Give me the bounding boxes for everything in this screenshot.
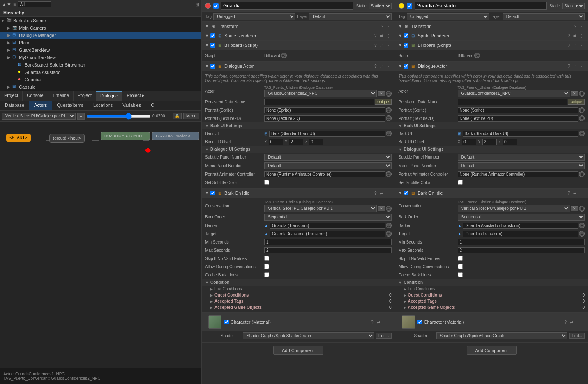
tree-item-mainCamera[interactable]: ▶📷Main Camera <box>0 24 201 32</box>
boi-barker-btn-2[interactable]: ◎ <box>579 223 585 228</box>
sr-help-2[interactable]: ? <box>567 34 571 38</box>
dialogue-actor-header-2[interactable]: ▼ ⊞ Dialogue Actor ? ⇌ ⋮ <box>395 62 588 71</box>
boi-check-2[interactable] <box>404 191 408 195</box>
obj-color-dot-1[interactable] <box>205 3 211 9</box>
boi-settings-2[interactable]: ⋮ <box>579 191 585 195</box>
bb-fold-2[interactable]: ⇌ <box>572 43 577 48</box>
da-persistent-input-1[interactable] <box>264 99 374 105</box>
char-settings-2[interactable]: ⋮ <box>576 320 581 324</box>
da-unique-btn-1[interactable]: Unique <box>375 99 392 105</box>
cond-tags-1[interactable]: ▶ Accepted Tags 0 <box>202 298 395 304</box>
boi-barkorder-select-2[interactable]: Sequential <box>458 214 585 221</box>
tag-dropdown-1[interactable]: Untagged <box>213 13 295 20</box>
da-portrait-val-1[interactable] <box>264 107 385 113</box>
obj-name-input-1[interactable] <box>221 2 353 10</box>
billboard-script-btn-1[interactable]: ◎ <box>281 53 287 58</box>
da-help-1[interactable]: ? <box>374 64 378 69</box>
sprite-renderer-check-2[interactable] <box>404 33 408 38</box>
da-portrait-btn-1[interactable]: ◎ <box>386 107 392 113</box>
layer-dropdown-1[interactable]: Default <box>309 13 391 20</box>
billboard-header-2[interactable]: ▼ ⊞ Billboard (Script) ? ⇌ ⋮ <box>395 41 588 50</box>
tab-dialogue[interactable]: Dialogue <box>96 91 122 101</box>
boi-allowduring-check-2[interactable] <box>458 264 463 269</box>
da-actor-pick-1[interactable]: ◎ <box>386 91 392 97</box>
subtab-c[interactable]: C <box>146 101 159 110</box>
da-subtitle-panel-select-2[interactable]: Default <box>458 154 585 161</box>
boi-cachebark-check-2[interactable] <box>458 272 463 277</box>
slice-dropdown[interactable]: Vertical Slice: PU/Callejeo por Pl... <box>2 113 76 120</box>
da-portrait-anim-btn-1[interactable]: ◎ <box>386 171 392 177</box>
boi-conv-select-2[interactable]: Vertical Slice: PU/Callejeo por PU 1 <box>458 205 570 212</box>
boi-barker-val-1[interactable] <box>270 223 385 229</box>
billboard-header-1[interactable]: ▼ ⊞ Billboard (Script) ? ⇌ ⋮ <box>202 41 395 50</box>
transform-header-2[interactable]: ▼ ⊞ Transform ? ⋮ <box>395 22 588 31</box>
subtab-actors[interactable]: Actors <box>29 101 52 110</box>
obj-active-check-2[interactable] <box>407 3 412 9</box>
char-edit-btn-2[interactable]: Edit... <box>569 333 585 339</box>
node-guardia-b[interactable]: GUARDIA: Puedes confiar en... <box>152 132 199 140</box>
bb-fold-1[interactable]: ⇌ <box>379 43 384 48</box>
da-barkui-val-2[interactable] <box>463 131 579 137</box>
da-subtitle-panel-select-1[interactable]: Default <box>264 154 392 161</box>
tab-console[interactable]: Console <box>23 91 48 101</box>
boi-skipnovalidcheck-1[interactable] <box>264 256 269 261</box>
tab-project3[interactable]: Project ▸ <box>122 91 149 101</box>
boi-fold-1[interactable]: ⇌ <box>379 191 384 195</box>
boi-conv-pick-1[interactable]: ◎ <box>386 206 392 212</box>
bb-help-2[interactable]: ? <box>567 43 571 48</box>
boi-help-1[interactable]: ? <box>374 191 378 195</box>
da-actor-select-1[interactable]: GuardsConfidences2_NPC <box>264 90 377 97</box>
add-component-btn-1[interactable]: Add Component <box>273 346 323 355</box>
boi-settings-1[interactable]: ⋮ <box>386 191 392 195</box>
slice-menu-button[interactable]: Menu <box>183 113 199 119</box>
character-header-2[interactable]: Character (Material) ? ⇌ ⋮ <box>395 313 588 331</box>
da-offset-y-1[interactable] <box>289 139 303 145</box>
char-check-1[interactable] <box>224 320 229 324</box>
da-menu-panel-select-2[interactable]: Default <box>458 162 585 169</box>
subtab-database[interactable]: Database <box>0 101 29 110</box>
cond-quest-1[interactable]: ▶ Quest Conditions 0 <box>202 292 395 298</box>
sprite-renderer-check-1[interactable] <box>210 33 215 38</box>
boi-conv-pick-2[interactable]: ◎ <box>579 206 585 212</box>
obj-active-check-1[interactable] <box>213 3 219 9</box>
tree-item-guardiaAsustado[interactable]: ●Guardia Asustado <box>0 69 201 76</box>
transform-help-1[interactable]: ? <box>380 24 384 29</box>
char-fold-1[interactable]: ⇌ <box>376 320 381 324</box>
da-help-2[interactable]: ? <box>567 64 571 69</box>
da-unique-btn-2[interactable]: Unique <box>568 99 585 105</box>
sr-fold-1[interactable]: ⇌ <box>379 34 384 38</box>
da-settings-1[interactable]: ⋮ <box>386 64 392 69</box>
tab-timeline[interactable]: Timeline <box>48 91 74 101</box>
sprite-renderer-header-2[interactable]: ▼ ⊞ Sprite Renderer ? ⇌ ⋮ <box>395 31 588 40</box>
da-offset-x-2[interactable] <box>462 139 476 145</box>
dialogue-actor-header-1[interactable]: ▼ ⊞ Dialogue Actor ? ⇌ ⋮ <box>202 62 395 71</box>
da-check-1[interactable] <box>210 64 215 69</box>
sr-settings-2[interactable]: ⋮ <box>579 34 585 38</box>
boi-cachebark-check-1[interactable] <box>264 272 269 277</box>
char-settings-1[interactable]: ⋮ <box>383 320 388 324</box>
node-group[interactable]: (group) <input> <box>49 134 85 143</box>
tree-item-barksTestScene[interactable]: ▶🎬BarksTestScene <box>0 17 201 24</box>
boi-conv-select-1[interactable]: Vertical Slice: PU/Callejeo por PU 1 <box>264 205 377 212</box>
slice-slider[interactable] <box>86 113 151 119</box>
add-slice-button[interactable]: + <box>77 113 85 120</box>
char-shader-select-1[interactable]: Shader Graphs/SpriteShaderGraph <box>243 332 374 339</box>
transform-header-1[interactable]: ▼ ⊞ Transform ? ⋮ <box>202 22 395 31</box>
da-offset-x-1[interactable] <box>269 139 283 145</box>
obj-name-input-2[interactable] <box>415 2 547 10</box>
node-guardia-a[interactable]: GUARDIA ASUSTADO: Si este... <box>101 132 150 140</box>
bark-on-idle-header-1[interactable]: ▼ ⊞ Bark On Idle ? ⇌ ⋮ <box>202 189 395 198</box>
tab-project2[interactable]: Project <box>74 91 96 101</box>
da-portrait-anim-val-1[interactable] <box>264 171 385 177</box>
da-portrait2d-btn-1[interactable]: ◎ <box>386 115 392 121</box>
da-subtitle-color-check-2[interactable] <box>458 180 463 185</box>
boi-minsec-val-2[interactable] <box>458 239 585 245</box>
da-barkui-btn-1[interactable]: ◎ <box>386 131 392 136</box>
tag-dropdown-2[interactable]: Untagged <box>407 13 489 20</box>
lock-icon[interactable]: ⊞ <box>195 2 199 7</box>
billboard-script-btn-2[interactable]: ◎ <box>474 53 480 58</box>
cond-gameobj-2[interactable]: ▶ Accepted Game Objects 0 <box>395 304 588 310</box>
transform-settings-2[interactable]: ⋮ <box>579 24 585 29</box>
boi-maxsec-val-1[interactable] <box>264 247 392 253</box>
da-subtitle-color-check-1[interactable] <box>264 180 269 185</box>
